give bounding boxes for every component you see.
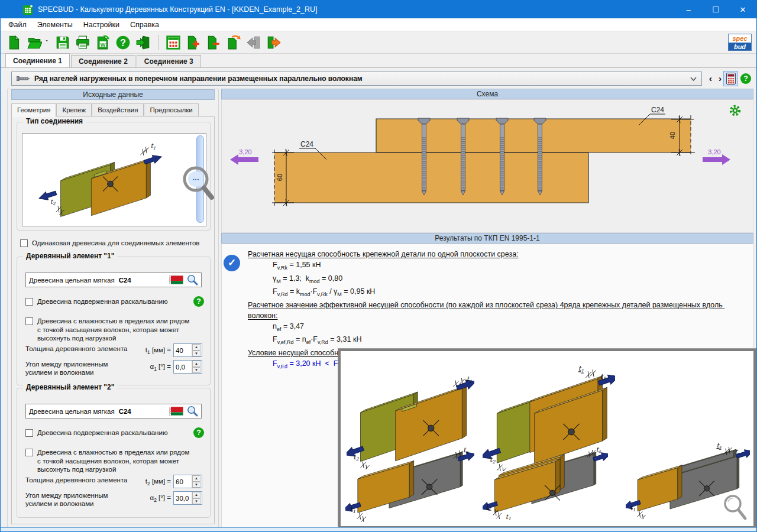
input-panel-header: Исходные данные — [11, 89, 215, 100]
type-thumbnail-steel-steel-timber[interactable]: tstst1 — [626, 441, 750, 521]
schema-header: Схема — [221, 89, 753, 99]
thickness-value[interactable] — [174, 475, 192, 488]
angle-label: Угол между приложеннымусилием и волокнам… — [25, 491, 108, 508]
spin-up-button[interactable]: ▲ — [192, 492, 200, 498]
export-word-button[interactable]: W — [93, 33, 113, 52]
menu-item-3[interactable]: Справка — [125, 20, 164, 30]
svg-text:t2: t2 — [50, 198, 56, 206]
angle-label: Угол между приложеннымусилием и волокнам… — [25, 360, 108, 377]
menu-item-2[interactable]: Настройки — [78, 20, 125, 30]
splitting-checkbox[interactable]: Древесина подверженная раскалыванию — [25, 429, 194, 437]
open-file-caret-button[interactable] — [44, 33, 53, 52]
exit-button[interactable] — [133, 33, 153, 52]
help-button[interactable]: ? — [113, 33, 133, 52]
prev-type-button[interactable]: ‹ — [706, 73, 715, 84]
print-button[interactable] — [73, 33, 93, 52]
same-wood-checkbox[interactable]: Одинаковая древесина для соединяемых эле… — [20, 239, 215, 248]
help-icon[interactable]: ? — [193, 427, 204, 438]
prev-connection-button — [244, 33, 264, 52]
connection-type-image[interactable]: t1t2 ... — [22, 133, 206, 226]
thickness-value[interactable] — [174, 344, 192, 356]
gear-icon[interactable] — [731, 106, 739, 115]
thickness-input-2[interactable]: ▲▼ — [173, 475, 202, 488]
angle-value[interactable] — [174, 492, 192, 504]
next-connection-icon — [266, 35, 282, 50]
results-header: Результаты по ТКП EN 1995-1-1 — [221, 233, 753, 244]
checkbox-box[interactable] — [20, 239, 28, 247]
window-title: SPECBUD - Калькулятор Деревянных Констру… — [38, 5, 318, 14]
subtab-3[interactable]: Воздействия — [92, 103, 144, 116]
status-bar — [1, 527, 756, 531]
menu-item-0[interactable]: Файл — [3, 20, 32, 30]
splitting-checkbox[interactable]: Древесина подверженная раскалыванию — [25, 297, 194, 306]
maximize-button[interactable]: ☐ — [702, 1, 729, 18]
menu-item-1[interactable]: Элементы — [32, 20, 78, 30]
spin-down-button[interactable]: ▼ — [192, 482, 200, 488]
add-connection-button[interactable] — [183, 33, 203, 52]
help-icon[interactable]: ? — [740, 73, 751, 84]
type-thumbnail-drawing: tstst1 — [626, 441, 750, 519]
exit-icon — [135, 35, 151, 50]
tab-connection-1[interactable]: Соединение 1 — [5, 53, 70, 67]
spin-down-button[interactable]: ▼ — [192, 367, 200, 374]
checkbox-box[interactable] — [25, 449, 33, 456]
open-file-icon — [27, 35, 42, 50]
next-connection-button[interactable] — [264, 33, 284, 52]
menu-bar: ФайлЭлементыНастройкиСправка — [1, 18, 756, 31]
svg-text:3,20: 3,20 — [708, 148, 720, 155]
help-icon: ? — [115, 35, 131, 50]
material-select-1[interactable]: Древесина цельная мягкая C24 — [25, 273, 202, 287]
material-name: Древесина цельная мягкая — [29, 408, 115, 415]
group-title: Деревянный элемент "2" — [23, 383, 117, 391]
spin-down-button[interactable]: ▼ — [192, 351, 200, 357]
moisture-checkbox[interactable]: Древесина с влажностью в пределах или ря… — [25, 317, 194, 343]
subtab-4[interactable]: Предпосылки — [144, 103, 198, 116]
material-select-2[interactable]: Древесина цельная мягкая C24 — [25, 404, 202, 419]
tab-connection-3[interactable]: Соединение 3 — [137, 55, 201, 67]
angle-symbol: α2 [°] = — [132, 494, 171, 503]
angle-input-1[interactable]: ▲▼ — [173, 360, 202, 374]
spin-up-button[interactable]: ▲ — [192, 475, 200, 482]
new-document-button[interactable] — [4, 33, 24, 52]
calculator-icon — [726, 73, 736, 85]
save-button[interactable] — [53, 33, 73, 52]
help-icon[interactable]: ? — [193, 296, 204, 307]
calculate-button[interactable] — [723, 71, 738, 86]
remove-connection-button[interactable] — [203, 33, 224, 52]
copy-connection-button[interactable] — [224, 33, 244, 52]
spin-up-button[interactable]: ▲ — [192, 344, 200, 351]
close-button[interactable]: ✕ — [729, 1, 756, 18]
material-name: Древесина цельная мягкая — [29, 277, 115, 284]
fastener-table-icon — [166, 35, 181, 50]
spin-down-button[interactable]: ▼ — [192, 498, 200, 505]
zoom-options-button[interactable]: ... — [181, 163, 215, 203]
connection-type-group-title: Тип соединения — [23, 117, 86, 125]
moisture-checkbox[interactable]: Древесина с влажностью в пределах или ря… — [25, 448, 194, 474]
svg-text:t1: t1 — [578, 364, 584, 373]
open-file-button[interactable] — [24, 33, 44, 52]
result-line: γM = 1,3; kmod = 0,80 — [248, 273, 747, 287]
angle-value[interactable] — [174, 361, 192, 373]
angle-input-2[interactable]: ▲▼ — [173, 491, 202, 505]
fastener-table-button[interactable] — [163, 33, 183, 52]
checkbox-box[interactable] — [25, 317, 33, 325]
remove-connection-icon — [206, 35, 221, 50]
material-search-icon[interactable] — [187, 274, 198, 286]
material-search-icon[interactable] — [187, 406, 198, 417]
checkbox-box[interactable] — [25, 298, 33, 306]
schema-drawing: 6040C24C243,203,20 — [221, 99, 753, 233]
minimize-button[interactable]: – — [675, 1, 702, 18]
subtab-2[interactable]: Крепеж — [56, 103, 92, 116]
checkbox-box[interactable] — [25, 429, 33, 437]
spin-up-button[interactable]: ▲ — [192, 361, 200, 367]
connection-type-select[interactable]: Ряд нагелей нагруженных в поперечном нап… — [11, 72, 702, 86]
moisture-label: Древесина с влажностью в пределах или ря… — [37, 448, 194, 474]
material-grade: C24 — [119, 277, 131, 284]
tab-connection-2[interactable]: Соединение 2 — [71, 55, 135, 67]
subtab-1[interactable]: Геометрия — [11, 103, 56, 117]
type-thumbnail-timber-steel-timber[interactable]: tst1t1 — [483, 443, 608, 524]
type-thumbnail-steel-timber-single-plate[interactable]: tst1 — [345, 441, 474, 524]
new-document-icon — [7, 35, 22, 50]
thickness-input-1[interactable]: ▲▼ — [173, 343, 202, 357]
svg-text:t1: t1 — [506, 513, 511, 521]
